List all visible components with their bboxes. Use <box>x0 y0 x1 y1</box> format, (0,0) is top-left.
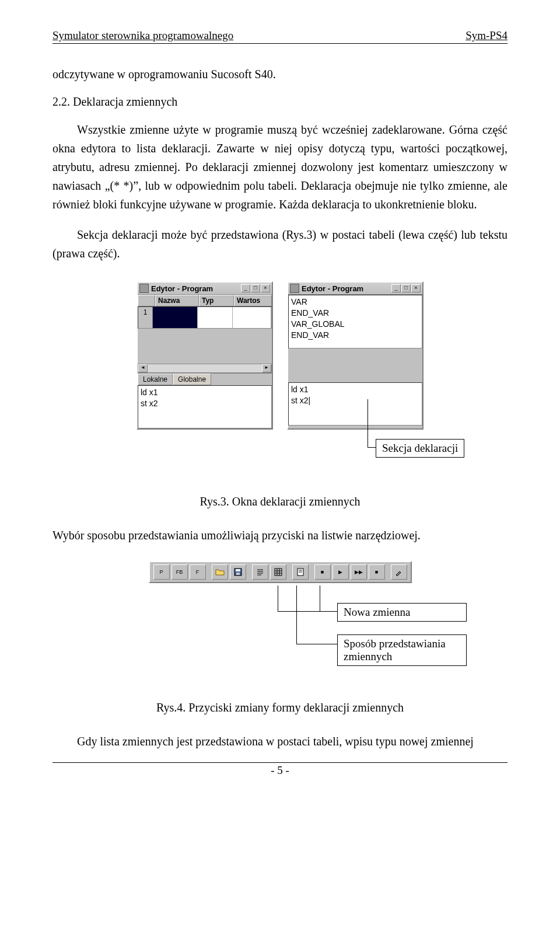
code-area-left[interactable]: ld x1 st x2 <box>138 385 272 428</box>
minimize-button[interactable]: _ <box>241 284 250 292</box>
callout-connector <box>278 585 278 611</box>
code-line: st x2| <box>291 395 419 406</box>
callout-connector <box>296 644 337 644</box>
app-icon <box>290 284 299 293</box>
callout-sekcja-deklaracji: Sekcja deklaracji <box>376 439 464 458</box>
maximize-button[interactable]: □ <box>401 284 411 292</box>
open-folder-icon <box>215 567 225 577</box>
page-footer: - 5 - <box>52 762 508 777</box>
toolbar-btn-open[interactable] <box>212 564 228 580</box>
cell-nazwa[interactable] <box>153 307 198 328</box>
cell-typ[interactable] <box>198 307 233 328</box>
maximize-button[interactable]: □ <box>251 284 260 292</box>
app-icon <box>139 284 149 293</box>
callout-nowa-zmienna: Nowa zmienna <box>337 603 467 622</box>
callout-connector <box>368 399 368 447</box>
figure-3-caption: Rys.3. Okna deklaracji zmiennych <box>52 495 508 508</box>
paragraph-5: Gdy lista zmiennych jest przedstawiona w… <box>52 732 508 751</box>
toolbar-btn-stop[interactable]: ■ <box>314 564 331 580</box>
tab-lokalne[interactable]: Lokalne <box>138 374 173 385</box>
tabs-row: Lokalne Globalne <box>138 373 272 385</box>
callout-connector <box>278 611 320 612</box>
figure-4-caption: Rys.4. Przyciski zmiany formy deklaracji… <box>52 701 508 714</box>
col-wartosc[interactable]: Wartos <box>234 295 272 306</box>
header-left: Symulator sterownika programowalnego <box>52 29 233 42</box>
editor-window-table: Edytor - Program _ □ × Nazwa Typ Wartos … <box>136 281 273 430</box>
svg-rect-7 <box>275 569 282 576</box>
toolbar-btn-view-table[interactable] <box>270 564 286 580</box>
col-typ[interactable]: Typ <box>199 295 234 306</box>
callout-connector <box>296 585 297 644</box>
svg-rect-2 <box>236 573 240 575</box>
code-line: st x2 <box>141 398 269 409</box>
table-body[interactable]: 1 <box>138 306 272 329</box>
text-lines-icon <box>256 567 265 577</box>
toolbar-group-new-var <box>292 564 309 580</box>
grid-icon <box>274 567 283 577</box>
callout-connector <box>368 447 376 448</box>
toolbar-btn-fast-forward[interactable]: ▶▶ <box>351 564 367 580</box>
toolbar-group-tools <box>391 564 407 580</box>
save-icon <box>233 567 243 577</box>
toolbar-btn-function-block[interactable]: FB <box>172 564 188 580</box>
titlebar-right: Edytor - Program _ □ × <box>288 283 422 295</box>
figure-3: Edytor - Program _ □ × Nazwa Typ Wartos … <box>52 281 508 430</box>
decl-line: END_VAR <box>291 308 419 319</box>
callout-connector <box>320 585 320 611</box>
toolbar-btn-program[interactable]: P <box>153 564 170 580</box>
paragraph-3: Sekcja deklaracji może być przedstawiona… <box>52 225 508 263</box>
toolbar-btn-function[interactable]: F <box>190 564 206 580</box>
col-nazwa[interactable]: Nazwa <box>155 295 199 306</box>
declaration-text-area[interactable]: VAR END_VAR VAR_GLOBAL END_VAR <box>288 295 422 348</box>
toolbar-btn-new-variable[interactable] <box>292 564 309 580</box>
table-header: Nazwa Typ Wartos <box>138 295 272 306</box>
toolbar-btn-play[interactable]: ▶ <box>332 564 349 580</box>
empty-grey-area <box>138 329 272 364</box>
header-right: Sym-PS4 <box>466 29 508 42</box>
toolbar: P FB F <box>149 561 412 583</box>
code-area-right[interactable]: ld x1 st x2| <box>288 382 422 426</box>
page-number: - 5 - <box>271 764 289 776</box>
tab-globalne[interactable]: Globalne <box>173 374 211 385</box>
toolbar-btn-stop-2[interactable]: ■ <box>369 564 385 580</box>
close-button[interactable]: × <box>411 284 421 292</box>
callout-connector <box>320 611 337 612</box>
paragraph-4: Wybór sposobu przedstawiania umożliwiają… <box>52 526 508 545</box>
code-line: ld x1 <box>141 387 269 398</box>
paragraph-2: Wszystkie zmienne użyte w programie musz… <box>52 120 508 214</box>
page-header: Symulator sterownika programowalnego Sym… <box>52 29 508 44</box>
toolbar-group-file-type: P FB F <box>153 564 206 580</box>
tool-icon <box>394 567 404 577</box>
toolbar-btn-view-text[interactable] <box>252 564 268 580</box>
decl-line: VAR_GLOBAL <box>291 319 419 330</box>
row-header <box>138 295 155 306</box>
paragraph-1: odczytywane w oprogramowaniu Sucosoft S4… <box>52 65 508 83</box>
toolbar-btn-tool[interactable] <box>391 564 407 580</box>
window-title: Edytor - Program <box>151 284 239 293</box>
window-title: Edytor - Program <box>302 284 389 293</box>
scroll-right-icon[interactable]: ► <box>262 364 271 372</box>
callout-sposob-przedstawiania: Sposób przedstawiania zmiennych <box>337 634 467 666</box>
close-button[interactable]: × <box>261 284 270 292</box>
code-line: ld x1 <box>291 384 419 395</box>
toolbar-group-playback: ■ ▶ ▶▶ ■ <box>314 564 385 580</box>
cell-wartosc[interactable] <box>233 307 271 328</box>
minimize-button[interactable]: _ <box>391 284 401 292</box>
editor-window-text: Edytor - Program _ □ × VAR END_VAR VAR_G… <box>287 281 424 430</box>
toolbar-group-file <box>212 564 246 580</box>
empty-grey-area <box>288 348 422 382</box>
section-title: 2.2. Deklaracja zmiennych <box>52 95 508 109</box>
decl-line: END_VAR <box>291 330 419 341</box>
toolbar-group-view <box>252 564 286 580</box>
toolbar-btn-save[interactable] <box>230 564 246 580</box>
scrollbar-horizontal[interactable]: ◄ ► <box>138 364 272 373</box>
titlebar-left: Edytor - Program _ □ × <box>138 283 272 295</box>
row-number: 1 <box>138 307 153 328</box>
svg-rect-1 <box>236 569 240 571</box>
scroll-left-icon[interactable]: ◄ <box>138 364 148 372</box>
new-doc-icon <box>296 567 305 577</box>
decl-line: VAR <box>291 297 419 308</box>
